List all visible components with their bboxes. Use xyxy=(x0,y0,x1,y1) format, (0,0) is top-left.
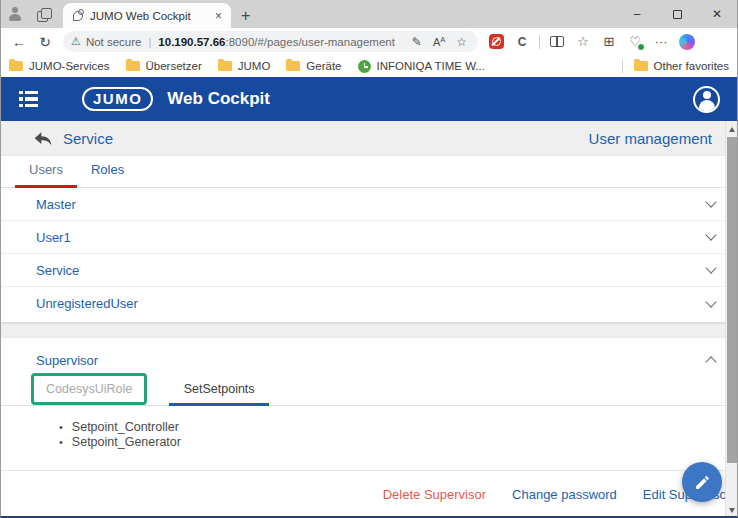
split-screen-button[interactable] xyxy=(545,31,569,53)
workspaces-icon xyxy=(37,8,50,21)
edit-fab-button[interactable] xyxy=(682,462,722,502)
chevron-up-icon[interactable] xyxy=(705,356,716,367)
browser-window: JUMO Web Cockpit × + – ✕ ← ↻ ⚠ Not secur… xyxy=(0,0,738,518)
back-arrow-icon[interactable] xyxy=(33,131,53,147)
shield-icon xyxy=(489,34,504,49)
main-tabs: Users Roles xyxy=(1,156,737,188)
bookmark-infoniqa[interactable]: INFONIQA TIME W... xyxy=(358,60,485,73)
supervisor-card: Supervisor CodesysUiRole SetSetpoints • … xyxy=(1,338,737,518)
titlebar: JUMO Web Cockpit × + – ✕ xyxy=(1,0,737,28)
toolbar-divider xyxy=(539,35,540,49)
url-path: :8090/#/pages/user-management xyxy=(226,36,395,48)
tab-users[interactable]: Users xyxy=(15,162,77,187)
user-row-master[interactable]: Master xyxy=(1,188,737,221)
address-divider: | xyxy=(146,36,153,48)
subheader: Service User management xyxy=(1,121,737,156)
app-title: Web Cockpit xyxy=(167,89,270,109)
browser-toolbar: ← ↻ ⚠ Not secure | 10.190.57.66:8090/#/p… xyxy=(1,28,737,55)
role-tabs: CodesysUiRole SetSetpoints xyxy=(1,376,737,406)
favorites-hub-button[interactable]: ☆ xyxy=(571,31,595,53)
refresh-button[interactable]: ↻ xyxy=(33,31,57,53)
address-bar[interactable]: ⚠ Not secure | 10.190.57.66:8090/#/pages… xyxy=(63,31,478,52)
bookmark-jumo-services[interactable]: JUMO-Services xyxy=(9,60,110,72)
workspaces-button[interactable] xyxy=(29,0,57,28)
tab-close-icon[interactable]: × xyxy=(212,9,225,23)
bookmarks-divider xyxy=(622,59,623,73)
new-tab-button[interactable]: + xyxy=(231,7,260,28)
bullet-icon: • xyxy=(59,435,63,450)
maximize-icon xyxy=(673,10,682,19)
vertical-scrollbar[interactable] xyxy=(725,121,737,518)
user-row-user1[interactable]: User1 xyxy=(1,221,737,254)
pencil-icon xyxy=(694,474,711,491)
service-back-link[interactable]: Service xyxy=(63,130,113,147)
browser-profile-button[interactable] xyxy=(1,0,29,28)
supervisor-actions: Delete Supervisor Change password Edit S… xyxy=(1,470,737,518)
maximize-button[interactable] xyxy=(657,0,697,28)
user-row-supervisor[interactable]: Supervisor xyxy=(1,338,737,376)
scrollbar-thumb[interactable] xyxy=(727,137,737,463)
bookmark-jumo[interactable]: JUMO xyxy=(218,60,271,72)
clock-icon xyxy=(358,60,371,73)
triangle-down-icon xyxy=(729,508,735,513)
folder-icon xyxy=(218,61,232,71)
menu-list-icon[interactable] xyxy=(19,91,38,108)
back-button[interactable]: ← xyxy=(7,31,31,53)
tab-roles[interactable]: Roles xyxy=(77,162,138,187)
folder-icon xyxy=(9,61,23,71)
chevron-down-icon[interactable] xyxy=(705,296,716,307)
pen-icon[interactable]: ✎ xyxy=(409,35,425,49)
user-row-unregistereduser[interactable]: UnregisteredUser xyxy=(1,287,737,320)
bullet-icon: • xyxy=(59,420,63,435)
page-title: User management xyxy=(589,130,712,147)
folder-icon xyxy=(634,61,648,71)
triangle-up-icon xyxy=(729,127,735,132)
browser-tab[interactable]: JUMO Web Cockpit × xyxy=(63,3,231,28)
delete-supervisor-button[interactable]: Delete Supervisor xyxy=(383,487,486,502)
tab-favicon-icon xyxy=(71,9,84,22)
users-card: Users Roles Master User1 Service Unregis… xyxy=(1,156,737,322)
jumo-logo: JUMO xyxy=(82,87,153,111)
change-password-button[interactable]: Change password xyxy=(512,487,617,502)
profile-icon xyxy=(8,7,22,21)
list-item: • Setpoint_Controller xyxy=(59,420,737,435)
collections-button[interactable]: ⊞ xyxy=(597,31,621,53)
copilot-icon xyxy=(679,34,695,50)
scroll-down-arrow[interactable] xyxy=(726,503,738,517)
url-host: 10.190.57.66 xyxy=(158,36,225,48)
tab-codesysuirole[interactable]: CodesysUiRole xyxy=(31,373,147,405)
other-favorites-button[interactable]: Other favorites xyxy=(634,60,729,72)
settings-more-button[interactable]: ··· xyxy=(649,31,673,53)
folder-icon xyxy=(286,61,300,71)
chevron-down-icon[interactable] xyxy=(705,196,716,207)
tab-title: JUMO Web Cockpit xyxy=(90,10,206,22)
bookmark-geraete[interactable]: Geräte xyxy=(286,60,341,72)
url-text[interactable]: 10.190.57.66:8090/#/pages/user-managemen… xyxy=(158,36,403,48)
close-button[interactable]: ✕ xyxy=(697,0,737,28)
user-avatar[interactable] xyxy=(693,86,720,113)
user-row-service[interactable]: Service xyxy=(1,254,737,287)
copilot-button[interactable] xyxy=(675,31,699,53)
chevron-down-icon[interactable] xyxy=(705,262,716,273)
security-label[interactable]: Not secure xyxy=(86,36,142,48)
minimize-button[interactable]: – xyxy=(617,0,657,28)
bookmark-uebersetzer[interactable]: Übersetzer xyxy=(126,60,202,72)
not-secure-warning-icon: ⚠ xyxy=(71,35,81,48)
scroll-up-arrow[interactable] xyxy=(726,122,738,136)
split-screen-icon xyxy=(550,36,564,47)
page-content: Service User management Users Roles Mast… xyxy=(1,121,737,518)
adblock-extension-icon[interactable] xyxy=(484,31,508,53)
chevron-down-icon[interactable] xyxy=(705,229,716,240)
browser-essentials-button[interactable]: ♡ xyxy=(623,31,647,53)
app-header: JUMO Web Cockpit xyxy=(1,77,737,121)
window-controls: – ✕ xyxy=(617,0,737,28)
tab-setsetpoints[interactable]: SetSetpoints xyxy=(169,382,269,405)
read-aloud-icon[interactable]: AA xyxy=(430,36,448,48)
c-extension-icon[interactable]: C xyxy=(510,31,534,53)
add-favorite-star-icon[interactable]: ☆ xyxy=(453,35,470,49)
folder-icon xyxy=(126,61,140,71)
list-item: • Setpoint_Generator xyxy=(59,435,737,450)
bookmarks-bar: JUMO-Services Übersetzer JUMO Geräte INF… xyxy=(1,55,737,77)
permission-list: • Setpoint_Controller • Setpoint_Generat… xyxy=(1,406,737,450)
